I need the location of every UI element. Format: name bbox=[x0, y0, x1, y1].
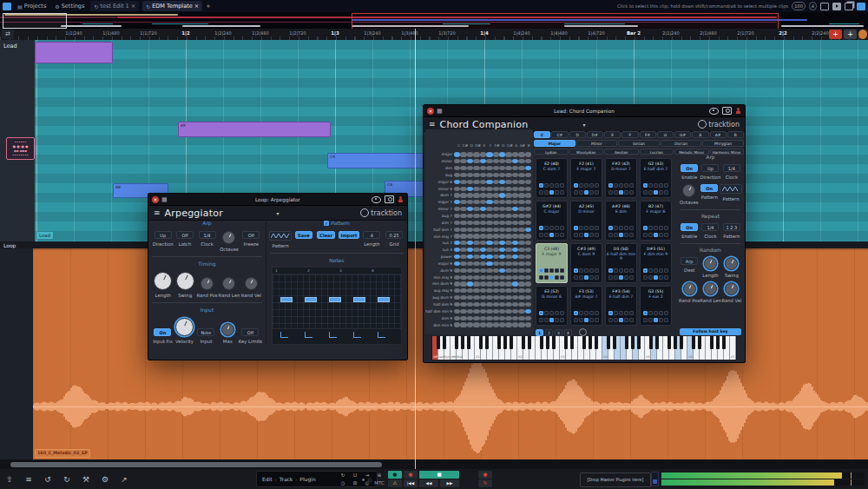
chord-dot[interactable] bbox=[486, 302, 492, 307]
root-note-button[interactable]: F bbox=[621, 131, 638, 138]
cc-pattern-toggle[interactable]: On bbox=[700, 184, 718, 192]
chord-dot[interactable] bbox=[473, 261, 479, 266]
add-marker-button[interactable]: + bbox=[844, 30, 857, 39]
chord-dot[interactable] bbox=[493, 180, 499, 184]
chord-dot[interactable] bbox=[467, 221, 473, 225]
chord-pad[interactable]: F#3 (54)E half dim 7+ bbox=[605, 286, 637, 326]
chord-dot[interactable] bbox=[499, 248, 505, 252]
chord-dot[interactable] bbox=[499, 254, 505, 259]
clock-button[interactable]: 1/4 bbox=[199, 231, 216, 239]
pad-mini-button[interactable] bbox=[544, 311, 549, 315]
pad-mini-button[interactable] bbox=[648, 190, 653, 195]
max-knob[interactable] bbox=[221, 323, 234, 336]
root-note-button[interactable]: C# bbox=[551, 131, 568, 138]
cc-rand-pos-knob[interactable] bbox=[683, 282, 696, 295]
piano-key-black[interactable] bbox=[546, 336, 549, 349]
note-cell[interactable] bbox=[329, 297, 341, 302]
pad-mini-button[interactable] bbox=[624, 190, 628, 195]
chord-dot[interactable] bbox=[512, 228, 518, 232]
camera-icon[interactable] bbox=[722, 107, 732, 115]
chord-dot[interactable] bbox=[499, 207, 505, 211]
chord-dot[interactable] bbox=[525, 228, 531, 232]
preset-menu-icon[interactable]: ▾ bbox=[276, 210, 279, 216]
chord-dot[interactable] bbox=[525, 241, 531, 245]
chord-dot[interactable] bbox=[505, 261, 511, 266]
piano-key-black[interactable] bbox=[479, 336, 483, 349]
chord-dot[interactable] bbox=[460, 275, 466, 280]
piano-key-black[interactable] bbox=[716, 336, 720, 349]
chord-pad[interactable]: C3 (48)F major 9+ bbox=[536, 243, 568, 283]
chord-dot[interactable] bbox=[505, 173, 511, 177]
chord-dot[interactable] bbox=[505, 234, 511, 238]
chord-dot[interactable] bbox=[454, 254, 460, 259]
keyboard-scroll-right[interactable] bbox=[737, 336, 743, 360]
pad-mini-button[interactable] bbox=[560, 268, 564, 273]
chord-dot[interactable] bbox=[467, 207, 473, 211]
chord-dot[interactable] bbox=[480, 302, 486, 307]
browser-toggle-icon[interactable] bbox=[857, 3, 865, 10]
chord-dot[interactable] bbox=[518, 228, 524, 232]
pad-mini-button[interactable] bbox=[549, 311, 554, 315]
close-icon[interactable]: × bbox=[152, 196, 159, 203]
chord-dot[interactable] bbox=[473, 254, 479, 259]
chord-dot[interactable] bbox=[512, 241, 518, 245]
chord-dot[interactable] bbox=[473, 248, 479, 252]
pad-mini-button[interactable] bbox=[659, 183, 663, 188]
chord-dot[interactable] bbox=[499, 268, 505, 273]
chord-dot[interactable] bbox=[493, 275, 499, 280]
chord-dot[interactable] bbox=[454, 221, 460, 225]
pad-mini-button[interactable] bbox=[648, 268, 653, 273]
piano-key-black[interactable] bbox=[649, 336, 653, 349]
chord-dot[interactable] bbox=[518, 254, 524, 259]
pad-mini-button[interactable] bbox=[595, 268, 599, 273]
cc-random-swing-knob[interactable] bbox=[725, 257, 738, 270]
chord-dot[interactable] bbox=[480, 234, 486, 238]
pad-mini-button[interactable] bbox=[595, 226, 599, 230]
input-mode-button[interactable]: Note bbox=[197, 328, 214, 336]
chord-dot[interactable] bbox=[480, 207, 486, 211]
root-note-button[interactable]: A# bbox=[710, 131, 727, 138]
pad-mini-button[interactable]: + bbox=[539, 311, 543, 315]
pad-mini-button[interactable]: + bbox=[608, 226, 613, 230]
chord-dot[interactable] bbox=[454, 261, 460, 266]
chord-dot[interactable] bbox=[473, 322, 479, 327]
pad-mini-button[interactable] bbox=[560, 226, 564, 230]
chord-dot[interactable] bbox=[518, 322, 524, 327]
notes-grid-body[interactable] bbox=[273, 274, 401, 328]
pad-mini-button[interactable] bbox=[589, 190, 594, 195]
chord-pad[interactable]: A#2 (46)E dim+ bbox=[605, 201, 637, 241]
chord-pad[interactable]: D#3 (51)F dim min 9+ bbox=[640, 243, 672, 283]
chord-dot[interactable] bbox=[499, 193, 505, 197]
chord-dot[interactable] bbox=[493, 322, 499, 327]
chord-dot[interactable] bbox=[499, 275, 505, 280]
master-plugin-drop-zone[interactable]: [Drop Master Plugins Here] bbox=[580, 472, 651, 487]
midi-note[interactable]: C9 bbox=[327, 153, 424, 169]
pad-mini-button[interactable] bbox=[544, 190, 549, 195]
mtc-label[interactable]: MTC bbox=[374, 480, 385, 486]
chord-dot[interactable] bbox=[518, 180, 524, 184]
chord-dot[interactable] bbox=[525, 254, 531, 259]
chord-dot[interactable] bbox=[473, 193, 479, 197]
chord-dot[interactable] bbox=[460, 261, 466, 266]
pad-mini-button[interactable] bbox=[579, 318, 583, 322]
chord-dot[interactable] bbox=[518, 309, 524, 314]
follow-host-key-button[interactable]: Follow host key bbox=[680, 328, 741, 335]
chord-dot[interactable] bbox=[505, 166, 511, 170]
chord-dot[interactable] bbox=[467, 254, 473, 259]
chord-dot[interactable] bbox=[480, 180, 486, 184]
pad-mini-button[interactable] bbox=[589, 311, 594, 315]
scale-button[interactable]: Lydian bbox=[534, 149, 569, 155]
note-cell[interactable] bbox=[305, 297, 317, 302]
root-note-button[interactable]: G# bbox=[674, 131, 691, 138]
overview-viewport[interactable] bbox=[3, 13, 67, 29]
pad-mini-button[interactable] bbox=[629, 268, 634, 273]
pad-mini-button[interactable] bbox=[549, 318, 554, 322]
pad-mini-button[interactable] bbox=[608, 275, 613, 280]
pad-mini-button[interactable] bbox=[654, 233, 658, 237]
scale-button[interactable]: Major bbox=[534, 140, 575, 147]
chord-dot[interactable] bbox=[512, 281, 518, 286]
add-track-button[interactable]: + bbox=[829, 30, 842, 39]
chord-dot[interactable] bbox=[505, 214, 511, 218]
chord-dot[interactable] bbox=[473, 268, 479, 273]
pad-mini-button[interactable] bbox=[619, 268, 623, 273]
